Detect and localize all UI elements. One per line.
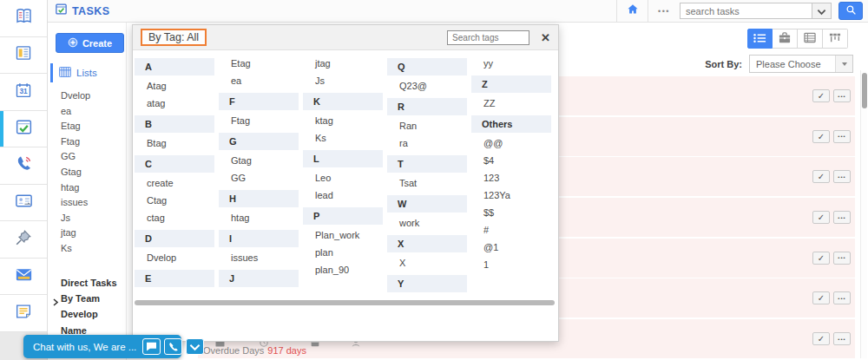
tag-search-input[interactable] bbox=[447, 30, 529, 45]
row-more-button[interactable]: ••• bbox=[833, 170, 851, 183]
rail-item-pin[interactable] bbox=[0, 221, 47, 259]
close-icon[interactable]: ✕ bbox=[541, 31, 550, 44]
sidebar-item-lists[interactable]: Lists bbox=[48, 63, 126, 82]
tag-item[interactable]: Atag bbox=[135, 77, 219, 95]
search-scope-dropdown[interactable] bbox=[812, 3, 832, 19]
tag-item[interactable]: @@ bbox=[471, 134, 556, 152]
tag-item[interactable]: ea bbox=[219, 72, 303, 89]
tag-item[interactable]: Ran bbox=[387, 117, 471, 134]
complete-task-button[interactable]: ✓ bbox=[812, 130, 830, 143]
sidebar-item-htag[interactable]: htag bbox=[48, 180, 126, 196]
vertical-scrollbar[interactable] bbox=[860, 70, 867, 358]
tag-item[interactable]: issues bbox=[219, 249, 303, 266]
chat-call-button[interactable] bbox=[164, 338, 182, 355]
horizontal-scrollbar-thumb[interactable] bbox=[135, 300, 555, 305]
tag-item[interactable]: ZZ bbox=[471, 95, 556, 112]
tag-item[interactable]: Etag bbox=[219, 55, 303, 72]
tag-item[interactable]: yy bbox=[471, 55, 556, 72]
complete-task-button[interactable]: ✓ bbox=[812, 252, 830, 265]
sidebar-item-issues[interactable]: issues bbox=[48, 195, 126, 211]
row-more-button[interactable]: ••• bbox=[833, 130, 851, 143]
tag-item[interactable]: $$ bbox=[471, 204, 556, 221]
tag-item[interactable]: ctag bbox=[135, 209, 219, 226]
sidebar-item-gtag[interactable]: Gtag bbox=[48, 165, 126, 180]
board-view-button[interactable] bbox=[773, 29, 798, 49]
tag-item[interactable]: atag bbox=[135, 95, 219, 112]
table-view-button[interactable] bbox=[798, 29, 823, 49]
sidebar-item-gg[interactable]: GG bbox=[48, 149, 126, 165]
sidebar-item-ftag[interactable]: Ftag bbox=[48, 134, 126, 150]
more-menu-button[interactable]: ••• bbox=[658, 7, 670, 16]
tag-item[interactable]: Plan_work bbox=[303, 226, 387, 244]
plus-circle-icon bbox=[68, 37, 78, 49]
rail-item-contacts[interactable] bbox=[0, 185, 47, 222]
row-more-button[interactable]: ••• bbox=[833, 332, 851, 345]
tag-item[interactable]: ktag bbox=[303, 112, 387, 129]
tag-item[interactable]: GG bbox=[219, 169, 303, 187]
sort-by-select[interactable]: Please Choose bbox=[749, 55, 853, 73]
tag-item[interactable]: $4 bbox=[471, 152, 556, 169]
complete-task-button[interactable]: ✓ bbox=[812, 89, 830, 102]
tag-item[interactable]: Tsat bbox=[387, 174, 471, 192]
scrollbar-thumb[interactable] bbox=[862, 73, 867, 108]
row-more-button[interactable]: ••• bbox=[833, 211, 851, 224]
rail-item-calls[interactable] bbox=[0, 147, 47, 185]
rail-item-news[interactable] bbox=[0, 37, 47, 75]
chat-bubble-button[interactable] bbox=[142, 338, 161, 355]
tag-item[interactable]: Dvelop bbox=[135, 249, 219, 266]
list-view-button[interactable] bbox=[747, 29, 773, 49]
pipeline-view-button[interactable] bbox=[823, 29, 848, 49]
tag-item[interactable]: Q23@ bbox=[387, 77, 471, 95]
home-button[interactable] bbox=[616, 0, 648, 22]
complete-task-button[interactable]: ✓ bbox=[812, 332, 830, 345]
tag-item[interactable]: 123 bbox=[471, 169, 556, 187]
tag-item[interactable]: X bbox=[387, 254, 471, 272]
sidebar-section-develop[interactable]: Develop bbox=[48, 306, 126, 322]
tag-item[interactable]: work bbox=[387, 214, 471, 232]
tag-item[interactable]: plan_90 bbox=[303, 261, 387, 278]
tag-item[interactable]: 123Ya bbox=[471, 187, 556, 204]
sidebar-item-dvelop[interactable]: Dvelop bbox=[48, 88, 126, 104]
rail-item-directory[interactable] bbox=[0, 0, 47, 37]
create-button[interactable]: Create bbox=[56, 33, 124, 53]
tag-item[interactable]: plan bbox=[303, 244, 387, 261]
complete-task-button[interactable]: ✓ bbox=[812, 170, 830, 183]
sidebar-item-js[interactable]: Js bbox=[48, 211, 126, 226]
tag-item[interactable]: lead bbox=[303, 187, 387, 204]
complete-task-button[interactable]: ✓ bbox=[812, 291, 830, 304]
sidebar-section-by-team[interactable]: By Team bbox=[48, 291, 126, 306]
row-more-button[interactable]: ••• bbox=[833, 252, 851, 265]
tag-item[interactable]: Js bbox=[303, 72, 387, 89]
tag-item[interactable]: ra bbox=[387, 134, 471, 152]
rail-item-calendar[interactable]: 31 bbox=[0, 74, 47, 111]
chat-minimize-button[interactable] bbox=[186, 338, 204, 355]
sort-by-value: Please Choose bbox=[750, 59, 821, 69]
chat-widget[interactable]: Chat with us, We are ... bbox=[23, 335, 181, 358]
tag-item[interactable]: jtag bbox=[303, 55, 387, 72]
tag-item[interactable]: # bbox=[471, 221, 556, 239]
rail-item-notes[interactable] bbox=[0, 295, 47, 332]
tag-item[interactable]: Leo bbox=[303, 169, 387, 187]
sidebar-section-direct-tasks[interactable]: Direct Tasks bbox=[48, 275, 126, 291]
tag-filter-modal: By Tag: All ✕ AAtagatagBBtagCcreateCtagc… bbox=[132, 24, 559, 342]
row-more-button[interactable]: ••• bbox=[833, 89, 851, 102]
tag-item[interactable]: Ftag bbox=[219, 112, 303, 129]
row-more-button[interactable]: ••• bbox=[833, 291, 851, 304]
tag-item[interactable]: Btag bbox=[135, 134, 219, 152]
sidebar-item-etag[interactable]: Etag bbox=[48, 119, 126, 134]
sidebar-item-ea[interactable]: ea bbox=[48, 104, 126, 120]
tag-item[interactable]: Gtag bbox=[219, 152, 303, 169]
search-input[interactable] bbox=[680, 3, 812, 19]
tag-item[interactable]: Ks bbox=[303, 129, 387, 147]
tag-item[interactable]: htag bbox=[219, 209, 303, 226]
tag-item[interactable]: @1 bbox=[471, 239, 556, 256]
tag-item[interactable]: Ctag bbox=[135, 192, 219, 209]
sidebar-item-ks[interactable]: Ks bbox=[48, 241, 126, 257]
search-button[interactable] bbox=[838, 2, 863, 20]
tag-item[interactable]: create bbox=[135, 174, 219, 192]
sidebar-item-jtag[interactable]: jtag bbox=[48, 226, 126, 241]
tag-item[interactable]: 1 bbox=[471, 256, 556, 273]
rail-item-mail[interactable] bbox=[0, 259, 47, 296]
rail-item-tasks[interactable] bbox=[0, 111, 47, 148]
complete-task-button[interactable]: ✓ bbox=[812, 211, 830, 224]
